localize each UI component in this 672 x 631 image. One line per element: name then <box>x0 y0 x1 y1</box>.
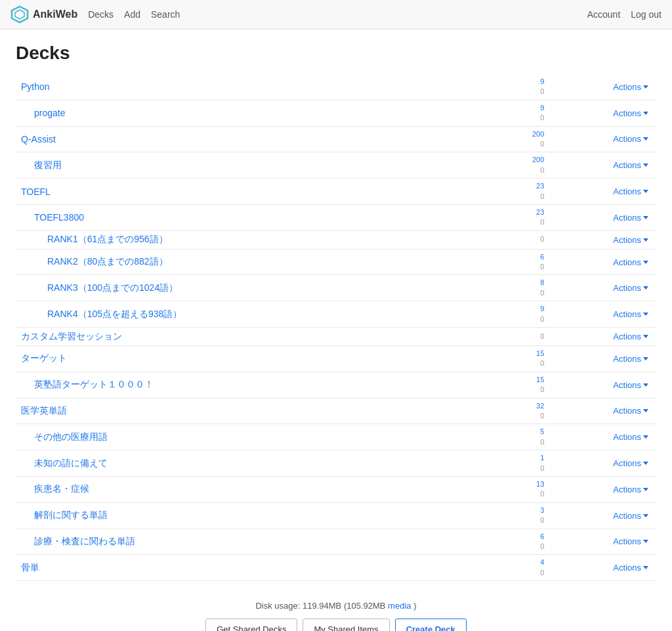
dropdown-caret-icon <box>643 357 648 360</box>
dropdown-caret-icon <box>643 409 648 412</box>
review-count: 0 <box>469 262 544 272</box>
nav-decks[interactable]: Decks <box>88 9 114 20</box>
deck-link[interactable]: 英塾語ターゲット１０００！ <box>21 379 154 391</box>
actions-button[interactable]: Actions <box>610 159 651 171</box>
deck-link[interactable]: 骨単 <box>21 562 39 573</box>
actions-button[interactable]: Actions <box>610 379 651 391</box>
review-count: 0 <box>469 489 544 499</box>
actions-button[interactable]: Actions <box>610 211 651 224</box>
my-shared-items-button[interactable]: My Shared Items <box>303 619 389 631</box>
actions-button[interactable]: Actions <box>610 404 651 417</box>
actions-button[interactable]: Actions <box>610 353 651 365</box>
deck-link[interactable]: RANK4（105点を超える938語） <box>21 309 182 320</box>
deck-link[interactable]: 未知の語に備えて <box>21 458 108 469</box>
deck-name-cell: 診療・検査に関わる単語 <box>16 529 464 555</box>
table-row: 骨単40Actions <box>16 555 656 581</box>
actions-button[interactable]: Actions <box>610 256 651 269</box>
dropdown-caret-icon <box>643 112 648 115</box>
review-count: 0 <box>469 568 544 578</box>
deck-actions-cell: Actions <box>549 100 656 126</box>
new-count: 6 <box>469 532 544 542</box>
review-count: 0 <box>469 192 544 202</box>
deck-link[interactable]: RANK3（100点までの1024語） <box>21 282 178 294</box>
actions-button[interactable]: Actions <box>610 133 651 145</box>
actions-button[interactable]: Actions <box>610 282 651 294</box>
review-count: 0 <box>469 464 544 473</box>
deck-counts-cell: 0 <box>464 230 549 249</box>
actions-button[interactable]: Actions <box>610 330 651 343</box>
nav-logout[interactable]: Log out <box>631 9 662 20</box>
get-shared-decks-button[interactable]: Get Shared Decks <box>205 619 297 631</box>
deck-counts-cell: 90 <box>464 100 549 126</box>
deck-counts-cell: 130 <box>464 476 549 502</box>
dropdown-caret-icon <box>643 566 648 569</box>
deck-counts-cell: 2000 <box>464 126 549 152</box>
deck-counts-cell: 30 <box>464 502 549 529</box>
actions-button[interactable]: Actions <box>610 234 651 246</box>
actions-button[interactable]: Actions <box>610 185 651 198</box>
deck-actions-cell: Actions <box>549 398 656 424</box>
new-count: 9 <box>469 77 544 87</box>
svg-marker-0 <box>12 7 28 22</box>
deck-counts-cell: 10 <box>464 450 549 477</box>
review-count: 0 <box>469 288 544 298</box>
actions-button[interactable]: Actions <box>610 510 651 522</box>
actions-button[interactable]: Actions <box>610 431 651 443</box>
review-count: 0 <box>469 385 544 395</box>
deck-link[interactable]: その他の医療用語 <box>21 431 108 443</box>
main-content: Decks Python90Actions progate90Actions Q… <box>0 30 672 631</box>
nav-add[interactable]: Add <box>124 9 140 20</box>
actions-button[interactable]: Actions <box>610 483 651 496</box>
deck-name-cell: TOEFL <box>16 179 464 205</box>
nav-right: Account Log out <box>587 9 662 20</box>
nav-search[interactable]: Search <box>151 9 180 20</box>
brand: AnkiWeb <box>10 5 77 24</box>
deck-actions-cell: Actions <box>549 502 656 529</box>
deck-link[interactable]: Q-Assist <box>21 134 56 144</box>
deck-link[interactable]: RANK2（80点までの882語） <box>21 256 168 268</box>
media-link[interactable]: media <box>388 601 411 611</box>
deck-link[interactable]: 医学英単語 <box>21 405 67 416</box>
deck-link[interactable]: 解剖に関する単語 <box>21 510 108 521</box>
deck-link[interactable]: progate <box>21 108 65 118</box>
actions-button[interactable]: Actions <box>610 561 651 574</box>
deck-name-cell: 骨単 <box>16 555 464 581</box>
new-count: 9 <box>469 103 544 113</box>
new-count: 32 <box>469 401 544 411</box>
deck-name-cell: RANK4（105点を超える938語） <box>16 301 464 328</box>
table-row: 復習用2000Actions <box>16 152 656 179</box>
actions-button[interactable]: Actions <box>610 81 651 93</box>
actions-button[interactable]: Actions <box>610 308 651 320</box>
deck-link[interactable]: ターゲット <box>21 353 67 363</box>
actions-button[interactable]: Actions <box>610 535 651 548</box>
deck-link[interactable]: RANK1（61点までの956語） <box>21 234 168 246</box>
deck-counts-cell: 90 <box>464 74 549 100</box>
deck-link[interactable]: 診療・検査に関わる単語 <box>21 536 135 548</box>
deck-link[interactable]: TOEFL <box>21 186 51 197</box>
actions-button[interactable]: Actions <box>610 107 651 120</box>
deck-counts-cell: 2000 <box>464 152 549 179</box>
actions-button[interactable]: Actions <box>610 457 651 469</box>
deck-link[interactable]: 疾患名・症候 <box>21 483 89 495</box>
review-count: 0 <box>469 217 544 227</box>
nav-account[interactable]: Account <box>587 9 621 20</box>
table-row: RANK4（105点を超える938語）90Actions <box>16 301 656 328</box>
deck-actions-cell: Actions <box>549 275 656 301</box>
dropdown-caret-icon <box>643 261 648 264</box>
new-count: 200 <box>469 155 544 165</box>
review-count: 0 <box>469 332 544 341</box>
deck-link[interactable]: TOEFL3800 <box>21 212 84 223</box>
new-count: 15 <box>469 375 544 385</box>
dropdown-caret-icon <box>643 462 648 465</box>
deck-counts-cell: 60 <box>464 529 549 555</box>
dropdown-caret-icon <box>643 540 648 543</box>
dropdown-caret-icon <box>643 190 648 193</box>
deck-link[interactable]: Python <box>21 81 50 92</box>
deck-link[interactable]: カスタム学習セッション <box>21 331 122 341</box>
page-title: Decks <box>16 43 656 64</box>
create-deck-button[interactable]: Create Deck <box>395 619 467 631</box>
review-count: 0 <box>469 515 544 525</box>
table-row: 英塾語ターゲット１０００！150Actions <box>16 372 656 398</box>
deck-link[interactable]: 復習用 <box>21 160 62 171</box>
deck-name-cell: RANK3（100点までの1024語） <box>16 275 464 301</box>
